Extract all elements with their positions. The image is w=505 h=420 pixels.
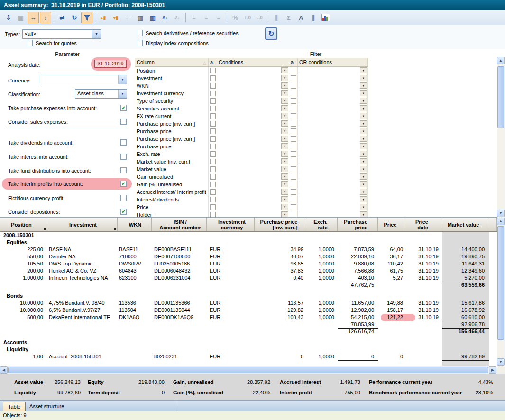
chevron-down-icon[interactable]: ▼ (360, 204, 367, 210)
filter-or-checkbox[interactable] (291, 151, 296, 157)
optimize-width-icon[interactable]: ∥ (271, 12, 282, 23)
scroll-up-icon[interactable]: ▲ (497, 218, 505, 225)
parameter-checkbox[interactable] (120, 139, 127, 146)
chevron-down-icon[interactable]: ▼ (281, 204, 288, 210)
move-column-icon[interactable]: ▸▮ (98, 12, 109, 23)
filter-or-conditions-cell[interactable]: ▼ (298, 158, 368, 165)
column-header-price[interactable]: Price (378, 218, 405, 231)
filter-and-checkbox[interactable] (210, 128, 216, 134)
table-row[interactable]: 1.000,00Infineon Technologies NA623100DE… (0, 274, 497, 282)
scroll-down-icon[interactable]: ▼ (497, 210, 505, 217)
parameter-checkbox[interactable]: ✔ (120, 181, 127, 187)
filter-column-label[interactable]: Position (135, 67, 209, 74)
tab-table[interactable]: Table (3, 402, 26, 411)
filter-or-conditions-cell[interactable]: ▼ (298, 143, 368, 150)
chevron-down-icon[interactable]: ▼ (281, 67, 288, 73)
filter-header-column[interactable]: Column△ (135, 58, 209, 66)
chevron-down-icon[interactable]: ▼ (281, 136, 288, 142)
filter-conditions-cell[interactable]: ▼ (217, 67, 289, 74)
filter-conditions-cell[interactable]: ▼ (217, 82, 289, 90)
chevron-down-icon[interactable]: ▼ (118, 90, 127, 98)
refresh-icon[interactable]: ↻ (69, 12, 80, 23)
chevron-down-icon[interactable]: ▼ (360, 181, 367, 187)
filter-or-conditions-cell[interactable]: ▼ (298, 181, 368, 188)
filter-header-conditions[interactable]: Conditions (217, 58, 289, 66)
filter-column-label[interactable]: Interest/ dividends (135, 196, 209, 203)
filter-scrollbar[interactable]: ▲ ▼ (497, 57, 505, 217)
chevron-down-icon[interactable]: ▼ (281, 196, 288, 202)
filter-icon[interactable] (81, 12, 92, 23)
filter-or-checkbox[interactable] (291, 189, 296, 195)
chevron-down-icon[interactable]: ▼ (281, 128, 288, 134)
filter-and-checkbox[interactable] (210, 144, 216, 149)
filter-column-label[interactable]: Investment (135, 74, 209, 82)
chevron-down-icon[interactable]: ▼ (360, 128, 367, 134)
filter-conditions-cell[interactable]: ▼ (217, 150, 289, 158)
refresh-search-button[interactable]: ↻ (265, 27, 277, 40)
column-header-purchase-price[interactable]: Purchase price (338, 218, 378, 231)
filter-and-checkbox[interactable] (210, 113, 216, 119)
chevron-down-icon[interactable]: ▼ (281, 158, 288, 164)
table-row[interactable]: 105,50DWS Top DynamicDWS0RVLU0350005186E… (0, 260, 497, 267)
filter-or-conditions-cell[interactable]: ▼ (298, 203, 368, 211)
filter-and-checkbox[interactable] (210, 204, 216, 210)
filter-conditions-cell[interactable]: ▼ (217, 181, 289, 188)
filter-conditions-cell[interactable]: ▼ (217, 90, 289, 97)
column-header-market-value[interactable]: Market value (442, 218, 489, 231)
scroll-right-icon[interactable]: ▶ (489, 366, 496, 374)
filter-or-conditions-cell[interactable]: ▼ (298, 67, 368, 74)
filter-and-checkbox[interactable] (210, 68, 216, 73)
fit-width-icon[interactable]: ↔ (28, 12, 39, 23)
table-row[interactable]: 1,00Account: 2008-15030180250231EUR01,00… (0, 353, 497, 360)
insert-column-icon[interactable]: ▾▮ (110, 12, 121, 23)
chevron-down-icon[interactable]: ▼ (281, 105, 288, 111)
quotes-checkbox[interactable] (27, 40, 33, 46)
filter-or-conditions-cell[interactable]: ▼ (298, 196, 368, 203)
chevron-down-icon[interactable]: ▼ (281, 181, 288, 187)
font-icon[interactable]: A (295, 12, 307, 23)
table-row[interactable]: 200,00Henkel AG & Co. VZ604843DE00060484… (0, 267, 497, 274)
filter-header-and2[interactable]: a. (289, 58, 298, 66)
filter-column-label[interactable]: Type of security (135, 97, 209, 105)
filter-column-label[interactable]: Market value (135, 165, 209, 173)
chevron-down-icon[interactable]: ▼ (118, 75, 127, 84)
chevron-down-icon[interactable]: ▼ (281, 98, 288, 104)
filter-or-conditions-cell[interactable]: ▼ (298, 135, 368, 143)
filter-column-label[interactable]: Gain [%] unrealised (135, 181, 209, 188)
chevron-down-icon[interactable]: ▼ (360, 75, 367, 81)
chevron-down-icon[interactable]: ▼ (281, 143, 288, 149)
filter-conditions-cell[interactable]: ▼ (217, 112, 289, 120)
chevron-down-icon[interactable]: ▼ (281, 113, 288, 119)
filter-conditions-cell[interactable]: ▼ (217, 203, 289, 211)
column-header-investment-currency[interactable]: Investment currency (207, 218, 255, 231)
index-checkbox[interactable] (137, 40, 143, 46)
filter-conditions-cell[interactable]: ▼ (217, 143, 289, 150)
filter-and-checkbox[interactable] (210, 174, 216, 180)
scroll-down-icon[interactable]: ▼ (497, 358, 505, 366)
filter-column-label[interactable]: Investment currency (135, 90, 209, 97)
tab-asset-structure[interactable]: Asset structure (24, 402, 178, 411)
filter-column-label[interactable]: Purchase price [inv. curr.] (135, 120, 209, 128)
filter-column-label[interactable]: WKN (135, 82, 209, 90)
filter-or-checkbox[interactable] (291, 121, 296, 127)
filter-or-conditions-cell[interactable]: ▼ (298, 82, 368, 90)
filter-or-checkbox[interactable] (291, 106, 296, 111)
filter-conditions-cell[interactable]: ▼ (217, 158, 289, 165)
filter-or-conditions-cell[interactable]: ▼ (298, 112, 368, 120)
filter-and-checkbox[interactable] (210, 75, 216, 81)
filter-or-checkbox[interactable] (291, 204, 296, 210)
column-header-isin[interactable]: ISIN / Account number (152, 218, 207, 231)
chevron-down-icon[interactable]: ▼ (281, 173, 288, 180)
filter-or-checkbox[interactable] (291, 144, 296, 149)
filter-column-label[interactable]: Market value [inv. curr.] (135, 158, 209, 165)
filter-conditions-cell[interactable]: ▼ (217, 74, 289, 82)
filter-and-checkbox[interactable] (210, 121, 216, 127)
filter-conditions-cell[interactable]: ▼ (217, 128, 289, 135)
filter-conditions-cell[interactable]: ▼ (217, 188, 289, 196)
parameter-checkbox[interactable] (120, 167, 127, 173)
column-header-wkn[interactable]: WKN (118, 218, 152, 231)
filter-and-checkbox[interactable] (210, 136, 216, 142)
filter-or-conditions-cell[interactable]: ▼ (298, 188, 368, 196)
chevron-down-icon[interactable]: ▼ (360, 98, 367, 104)
chevron-down-icon[interactable]: ▼ (360, 158, 367, 164)
